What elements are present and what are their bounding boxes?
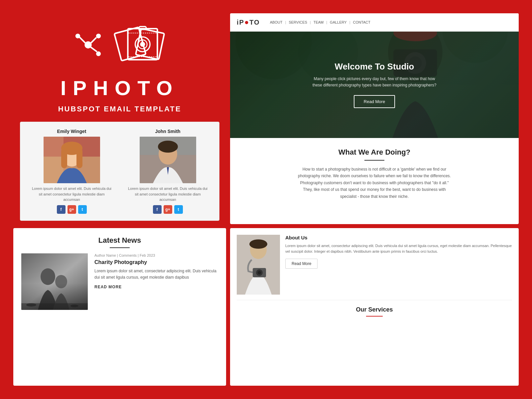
news-article-title: Charity Photography <box>94 259 218 265</box>
svg-rect-33 <box>399 32 432 36</box>
hero-description: Many people click pictures every day but… <box>311 76 438 88</box>
what-title: What We Are Doing? <box>243 148 505 157</box>
svg-line-5 <box>90 38 96 44</box>
latest-news-panel: Latest News <box>13 228 226 386</box>
brand-title: IPHOTO <box>61 76 179 100</box>
emily-photo <box>44 137 100 183</box>
svg-point-40 <box>55 275 67 288</box>
svg-rect-38 <box>21 253 88 310</box>
nav-contact[interactable]: CONTACT <box>353 20 370 24</box>
about-title: About Us <box>285 235 512 240</box>
email-preview-panel: iP●TO ABOUT | SERVICES | TEAM | GALLERY … <box>230 13 519 224</box>
about-section: About Us Lorem ipsum dolor sit amet, con… <box>237 235 512 300</box>
hubspot-icon <box>73 32 103 60</box>
about-image <box>237 235 280 295</box>
svg-rect-21 <box>61 148 67 168</box>
news-article-image <box>21 253 88 310</box>
news-section-header: Latest News <box>21 236 218 248</box>
nav-services[interactable]: SERVICES <box>289 20 307 24</box>
svg-line-4 <box>79 37 86 44</box>
team-member-john: John Smith <box>126 129 209 214</box>
nav-sep-3: | <box>326 20 327 24</box>
email-nav-logo: iP●TO <box>237 18 260 27</box>
emily-social-icons: f g+ t <box>57 205 87 214</box>
news-divider <box>110 247 130 248</box>
news-title: Latest News <box>21 236 218 245</box>
news-meta: Author Name | Comments | Feb 2023 <box>94 253 218 257</box>
john-facebook-icon[interactable]: f <box>153 205 162 214</box>
emily-google-icon[interactable]: g+ <box>67 205 76 214</box>
svg-point-43 <box>70 305 78 307</box>
brand-subtitle: HUBSPOT EMAIL TEMPLATE <box>58 105 182 113</box>
team-member-emily: Emily Winget <box>30 129 113 214</box>
email-nav: iP●TO ABOUT | SERVICES | TEAM | GALLERY … <box>230 13 519 32</box>
emily-desc: Lorem ipsum dolor sit amet elit. Duis ve… <box>30 186 113 202</box>
john-name: John Smith <box>155 129 180 134</box>
team-card: Emily Winget <box>20 122 219 221</box>
hero-title: Welcome To Studio <box>335 62 414 72</box>
svg-point-2 <box>96 52 101 56</box>
emily-facebook-icon[interactable]: f <box>57 205 66 214</box>
about-services-panel: About Us Lorem ipsum dolor sit amet, con… <box>230 228 519 386</box>
news-read-more-link[interactable]: READ MORE <box>94 285 218 289</box>
news-excerpt: Lorem ipsum dolor sit amet, consectetur … <box>94 268 218 281</box>
john-social-icons: f g+ t <box>153 205 183 214</box>
nav-team[interactable]: TEAM <box>314 20 324 24</box>
svg-rect-41 <box>21 303 88 310</box>
svg-point-42 <box>26 303 36 307</box>
john-google-icon[interactable]: g+ <box>164 205 172 214</box>
news-content: Author Name | Comments | Feb 2023 Charit… <box>21 253 218 310</box>
emily-twitter-icon[interactable]: t <box>78 205 87 214</box>
email-nav-links: ABOUT | SERVICES | TEAM | GALLERY | CONT… <box>270 20 370 24</box>
what-section: What We Are Doing? How to start a photog… <box>230 138 519 206</box>
svg-point-39 <box>41 268 55 285</box>
services-title: Our Services <box>237 306 512 313</box>
logo-icons-group <box>73 23 166 68</box>
svg-point-1 <box>96 34 101 38</box>
left-top-panel: IPHOTO HUBSPOT EMAIL TEMPLATE Emily Wing… <box>13 13 226 224</box>
about-read-more-button[interactable]: Read More <box>285 259 318 269</box>
svg-point-12 <box>141 43 145 46</box>
what-divider <box>364 160 384 161</box>
svg-point-48 <box>258 271 261 274</box>
john-desc: Lorem ipsum dolor sit amet elit. Duis ve… <box>126 186 209 202</box>
what-description: How to start a photography business is n… <box>298 166 451 200</box>
team-members-grid: Emily Winget <box>27 129 212 214</box>
services-section: Our Services <box>237 304 512 317</box>
services-divider <box>366 316 383 317</box>
logo-dot: ● <box>244 18 249 26</box>
nav-sep-4: | <box>349 20 350 24</box>
nav-sep-1: | <box>285 20 286 24</box>
page-container: IPHOTO HUBSPOT EMAIL TEMPLATE Emily Wing… <box>7 7 525 392</box>
svg-point-49 <box>249 239 267 249</box>
camera-icon <box>113 23 166 68</box>
about-text: About Us Lorem ipsum dolor sit amet, con… <box>285 235 512 295</box>
svg-rect-22 <box>76 148 82 168</box>
nav-gallery[interactable]: GALLERY <box>330 20 347 24</box>
news-article-text: Author Name | Comments | Feb 2023 Charit… <box>94 253 218 310</box>
nav-about[interactable]: ABOUT <box>270 20 283 24</box>
about-description: Lorem ipsum dolor sit amet, consectetur … <box>285 243 512 255</box>
svg-point-26 <box>158 141 178 153</box>
john-twitter-icon[interactable]: t <box>174 205 183 214</box>
nav-sep-2: | <box>310 20 311 24</box>
hero-section: Welcome To Studio Many people click pict… <box>230 32 519 138</box>
hero-read-more-button[interactable]: Read More <box>354 95 395 108</box>
john-photo <box>140 137 196 183</box>
svg-line-6 <box>90 47 97 52</box>
emily-name: Emily Winget <box>57 129 86 134</box>
